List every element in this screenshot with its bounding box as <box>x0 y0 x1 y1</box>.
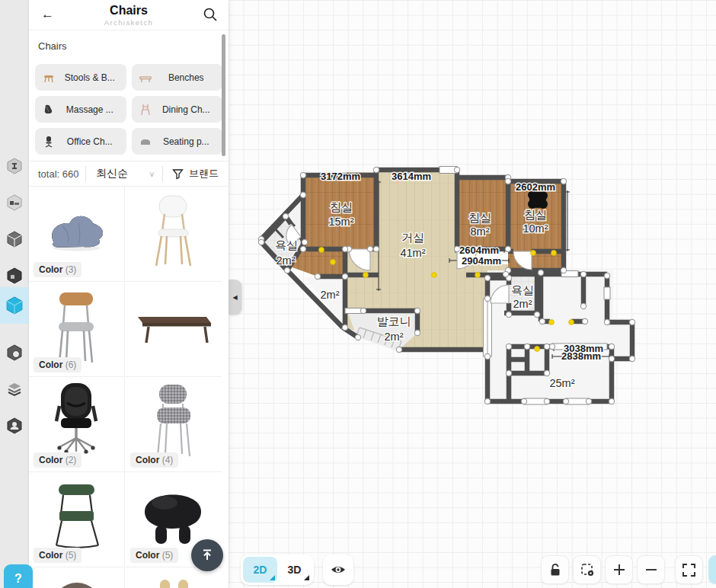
category-seating[interactable]: Seating p... <box>132 128 223 155</box>
zoom-out-button[interactable] <box>637 555 665 584</box>
sort-filter-row: total: 660 최신순 ∨ 브랜드 <box>29 161 229 187</box>
total-count: total: 660 <box>29 168 85 180</box>
panel-scrollbar[interactable] <box>222 34 225 156</box>
category-label: Office Ch... <box>59 136 120 147</box>
beanbag-chair-image <box>39 190 115 263</box>
category-label: Dining Ch... <box>156 104 217 115</box>
furniture-library-cube-icon <box>5 296 24 315</box>
category-label: Seating p... <box>156 136 217 147</box>
dimension-label: 2904mm <box>462 255 501 267</box>
help-button[interactable]: ? <box>4 564 33 588</box>
lock-button[interactable] <box>541 555 569 584</box>
edge-panel-button[interactable] <box>708 555 716 584</box>
bench-icon <box>139 72 152 84</box>
dimension-label: 2838mm <box>561 350 601 362</box>
mode-2d-label: 2D <box>254 564 267 576</box>
app: 3172mm 3614mm 2602mm 2604mm 2904mm 3038m… <box>0 0 716 588</box>
product-card[interactable]: Color (5) <box>29 472 125 567</box>
zoom-in-button[interactable] <box>605 555 633 584</box>
brand-filter-button[interactable]: 브랜드 <box>163 167 219 181</box>
furniture-set-icon <box>6 194 23 211</box>
category-massage[interactable]: Massage ... <box>35 96 126 123</box>
filter-funnel-icon <box>172 168 184 180</box>
arrow-up-to-top-icon <box>200 548 214 562</box>
color-badge: Color (5) <box>130 548 178 563</box>
search-icon <box>203 7 218 22</box>
eye-icon <box>330 561 347 578</box>
collapse-arrow-icon: ◀ <box>232 294 237 301</box>
sidebar-item-rooms[interactable] <box>0 222 29 257</box>
triangle-room-floor <box>305 277 345 327</box>
scroll-to-top-button[interactable] <box>191 539 223 571</box>
corner-triangle-icon <box>304 575 309 580</box>
room-area: 41m² <box>400 247 425 259</box>
floorplan-canvas[interactable]: 3172mm 3614mm 2602mm 2604mm 2904mm 3038m… <box>229 0 716 588</box>
brand-filter-label: 브랜드 <box>189 167 219 181</box>
sort-value: 최신순 <box>96 167 128 181</box>
mode-2d-button[interactable]: 2D <box>243 557 277 583</box>
category-section-label: Chairs <box>38 40 67 52</box>
search-button[interactable] <box>203 7 218 25</box>
room-area: 15m² <box>328 216 353 228</box>
round-chair-image <box>39 570 115 588</box>
category-dining[interactable]: Dining Ch... <box>132 96 223 123</box>
room-label: 욕실 <box>511 283 534 296</box>
sliding-door <box>484 299 492 356</box>
category-grid: Stools & B... Benches Massage ... Dining… <box>35 64 222 155</box>
minus-icon <box>644 563 658 577</box>
sidebar-item-products[interactable] <box>0 335 29 370</box>
corner-triangle-icon <box>270 575 275 580</box>
room-area: 25m² <box>549 377 574 389</box>
white-dining-chair-image <box>136 190 212 273</box>
category-office[interactable]: Office Ch... <box>35 128 126 155</box>
dining-chair-icon <box>139 104 152 116</box>
dimension-label: 2604mm <box>459 244 499 256</box>
sidebar-item-layers[interactable] <box>0 372 29 407</box>
wood-bench-image <box>132 285 216 361</box>
sidebar-item-people[interactable] <box>0 408 29 443</box>
floorplan: 3172mm 3614mm 2602mm 2604mm 2904mm 3038m… <box>229 0 716 588</box>
dimension-label: 3614mm <box>392 171 431 182</box>
product-card[interactable] <box>126 187 222 282</box>
chevron-down-icon: ∨ <box>149 170 155 178</box>
capture-button[interactable] <box>573 555 601 584</box>
product-card[interactable] <box>126 282 222 377</box>
sidebar-item-furniture-set[interactable] <box>0 185 29 220</box>
category-stools[interactable]: Stools & B... <box>35 64 126 91</box>
dark-furniture-cube-icon <box>6 267 23 284</box>
sidebar-item-furniture-library[interactable] <box>0 287 29 324</box>
product-card[interactable] <box>29 567 125 588</box>
color-badge: Color (5) <box>34 548 82 563</box>
product-card[interactable]: Color (4) <box>126 377 222 472</box>
help-label: ? <box>14 572 22 586</box>
structure-cube-icon <box>6 158 23 174</box>
sort-dropdown[interactable]: 최신순 ∨ <box>86 167 162 181</box>
color-badge: Color (2) <box>34 452 82 468</box>
product-card[interactable]: Color (6) <box>29 282 125 377</box>
category-benches[interactable]: Benches <box>132 64 223 91</box>
room-label: 욕실 <box>275 238 298 251</box>
room-label: 거실 <box>401 231 424 244</box>
category-label: Massage ... <box>59 104 120 115</box>
view-mode-toggle: 2D 3D <box>241 554 314 585</box>
room-area: 8m² <box>471 225 490 238</box>
product-cube-icon <box>6 344 23 361</box>
left-toolbar <box>0 0 29 588</box>
seating-icon <box>139 136 152 148</box>
product-card[interactable]: Color (3) <box>29 187 125 282</box>
panel-title: Chairs <box>29 4 229 18</box>
mode-3d-button[interactable]: 3D <box>277 557 312 583</box>
massage-chair-icon <box>43 104 55 116</box>
visibility-button[interactable] <box>323 554 353 585</box>
room-cube-icon <box>6 231 23 248</box>
room-label: 침실 <box>524 208 547 221</box>
screenshot-area-icon <box>580 562 595 577</box>
sidebar-item-structure[interactable] <box>0 149 29 184</box>
fullscreen-button[interactable] <box>675 555 703 584</box>
panel-subtitle: Archisketch <box>29 18 229 27</box>
color-badge: Color (6) <box>34 357 82 372</box>
product-card[interactable]: Color (2) <box>29 377 125 472</box>
panel-collapse-button[interactable]: ◀ <box>229 280 241 315</box>
wood-back-chair-image <box>39 285 115 369</box>
room-area: 2m² <box>321 289 340 301</box>
